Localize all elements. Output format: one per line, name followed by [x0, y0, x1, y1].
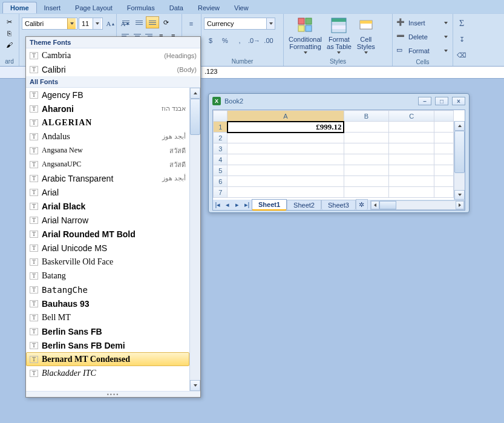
- font-option-angsana-new[interactable]: TAngsana Newสวัสดี: [26, 143, 189, 157]
- comma-format-button[interactable]: ,: [233, 34, 246, 47]
- sheet-tab-1[interactable]: Sheet1: [252, 199, 287, 211]
- row-header-2[interactable]: 2: [214, 133, 227, 143]
- sheet-tab-2[interactable]: Sheet2: [287, 200, 321, 210]
- maximize-button[interactable]: □: [435, 97, 448, 105]
- tab-insert[interactable]: Insert: [37, 2, 68, 13]
- font-option-bernard-mt-condensed[interactable]: TBernard MT Condensed: [26, 352, 189, 366]
- font-option-blackadder-itc[interactable]: TBlackadder ITC: [26, 366, 189, 380]
- delete-cells-button[interactable]: ➖ Delete: [395, 30, 450, 44]
- font-option-berlin-sans-fb[interactable]: TBerlin Sans FB: [26, 324, 189, 338]
- grow-font-button[interactable]: A▲: [104, 18, 117, 30]
- font-option-batangche[interactable]: TBatangChe: [26, 283, 189, 297]
- column-header-a[interactable]: A: [227, 111, 344, 122]
- decrease-decimal-button[interactable]: .00: [262, 34, 275, 47]
- ws-scroll-up[interactable]: [454, 121, 465, 131]
- format-painter-icon[interactable]: 🖌: [4, 40, 15, 50]
- prev-sheet-button[interactable]: ◂: [223, 200, 232, 210]
- font-dropdown-scrollbar[interactable]: [189, 88, 200, 391]
- cut-icon[interactable]: ✂: [4, 17, 15, 27]
- first-sheet-button[interactable]: |◂: [213, 200, 223, 210]
- select-all-cell[interactable]: [214, 111, 227, 122]
- workbook-titlebar[interactable]: X Book2 – □ ×: [209, 94, 469, 108]
- font-option-calibri[interactable]: TCalibri(Body): [26, 62, 200, 76]
- number-format-combo[interactable]: Currency: [204, 18, 275, 30]
- cell-c1[interactable]: [389, 122, 434, 133]
- row-header-6[interactable]: 6: [214, 176, 227, 187]
- font-option-agency-fb[interactable]: TAgency FB: [26, 88, 189, 102]
- font-size-combo[interactable]: [79, 18, 103, 30]
- format-cells-button[interactable]: ▭ Format: [395, 44, 450, 57]
- font-size-dropdown-button[interactable]: [93, 18, 101, 29]
- font-option-arial-narrow[interactable]: TArial Narrow: [26, 213, 189, 227]
- hscroll-thumb[interactable]: [379, 201, 396, 209]
- worksheet-vscrollbar[interactable]: [454, 121, 465, 200]
- font-option-baskerville-old-face[interactable]: TBaskerville Old Face: [26, 255, 189, 269]
- font-option-bell-mt[interactable]: TBell MT: [26, 310, 189, 324]
- minimize-button[interactable]: –: [418, 97, 431, 105]
- close-button[interactable]: ×: [452, 97, 465, 105]
- align-top-button[interactable]: [119, 16, 133, 28]
- tab-view[interactable]: View: [227, 2, 256, 13]
- next-sheet-button[interactable]: ▸: [232, 200, 242, 210]
- autosum-button[interactable]: Σ: [455, 18, 468, 30]
- font-option-algerian[interactable]: TALGERIAN: [26, 116, 189, 130]
- font-option-berlin-sans-fb-demi[interactable]: TBerlin Sans FB Demi: [26, 338, 189, 352]
- clear-button[interactable]: ⌫: [455, 49, 468, 61]
- format-as-table-button[interactable]: Format as Table: [324, 15, 354, 55]
- font-name-input[interactable]: [22, 18, 67, 29]
- font-option-angsanaupc[interactable]: TAngsanaUPCสวัสดี: [26, 157, 189, 171]
- accounting-format-button[interactable]: $: [204, 34, 217, 47]
- font-option-batang[interactable]: TBatang: [26, 269, 189, 283]
- row-header-7[interactable]: 7: [214, 187, 227, 198]
- tab-formulas[interactable]: Formulas: [120, 2, 162, 13]
- row-header-1[interactable]: 1: [214, 122, 227, 133]
- cell-a1[interactable]: £999.12: [227, 122, 344, 133]
- font-option-arabic-transparent[interactable]: TArabic Transparentأبجد هوز: [26, 171, 189, 185]
- tab-review[interactable]: Review: [191, 2, 227, 13]
- row-header-4[interactable]: 4: [214, 154, 227, 165]
- dropdown-resize-handle[interactable]: ••••: [26, 391, 200, 397]
- row-header-5[interactable]: 5: [214, 165, 227, 176]
- scroll-down-button[interactable]: [190, 380, 200, 391]
- font-option-bauhaus-93[interactable]: TBauhaus 93: [26, 297, 189, 310]
- tab-data[interactable]: Data: [162, 2, 191, 13]
- row-header-3[interactable]: 3: [214, 143, 227, 154]
- hscroll-right[interactable]: [456, 201, 464, 209]
- font-size-input[interactable]: [79, 18, 93, 29]
- number-format-dropdown-button[interactable]: [266, 18, 275, 29]
- tab-home[interactable]: Home: [2, 2, 37, 13]
- font-option-andalus[interactable]: TAndalusأبجد هوز: [26, 130, 189, 143]
- wrap-text-button[interactable]: ≡: [185, 18, 198, 30]
- align-bottom-button[interactable]: [146, 16, 159, 28]
- worksheet-hscrollbar[interactable]: [370, 200, 465, 210]
- font-option-aharoni[interactable]: TAharoniאבנד הוז: [26, 102, 189, 116]
- worksheet-grid[interactable]: A B C 1 £999.12 2 3 4 5 6 7: [212, 110, 465, 200]
- conditional-formatting-button[interactable]: Conditional Formatting: [286, 15, 324, 55]
- sheet-tab-3[interactable]: Sheet3: [321, 200, 356, 210]
- column-header-c[interactable]: C: [389, 111, 434, 122]
- font-option-arial-unicode-ms[interactable]: TArial Unicode MS: [26, 241, 189, 255]
- font-name-dropdown-button[interactable]: [67, 18, 76, 29]
- cell-styles-button[interactable]: Cell Styles: [354, 15, 378, 55]
- last-sheet-button[interactable]: ▸|: [242, 200, 252, 210]
- ws-scroll-thumb[interactable]: [454, 131, 465, 173]
- font-option-arial[interactable]: TArial: [26, 185, 189, 199]
- font-option-cambria[interactable]: TCambria(Headings): [26, 48, 200, 62]
- align-middle-button[interactable]: [133, 16, 146, 28]
- cell-d1[interactable]: [434, 122, 453, 133]
- orientation-button[interactable]: ⟳: [159, 16, 172, 28]
- tab-page-layout[interactable]: Page Layout: [68, 2, 120, 13]
- fill-button[interactable]: ↧: [455, 33, 468, 45]
- percent-format-button[interactable]: %: [218, 34, 232, 47]
- hscroll-left[interactable]: [371, 201, 379, 209]
- scroll-thumb[interactable]: [190, 99, 200, 135]
- font-option-arial-black[interactable]: TArial Black: [26, 199, 189, 213]
- scroll-up-button[interactable]: [190, 88, 200, 99]
- cell-b1[interactable]: [344, 122, 389, 133]
- font-name-combo[interactable]: [22, 18, 77, 30]
- insert-cells-button[interactable]: ➕ Insert: [395, 16, 450, 30]
- copy-icon[interactable]: ⎘: [4, 28, 15, 38]
- increase-decimal-button[interactable]: .0→: [247, 34, 261, 47]
- column-header-d[interactable]: [434, 111, 453, 122]
- font-option-arial-rounded-mt-bold[interactable]: TArial Rounded MT Bold: [26, 227, 189, 241]
